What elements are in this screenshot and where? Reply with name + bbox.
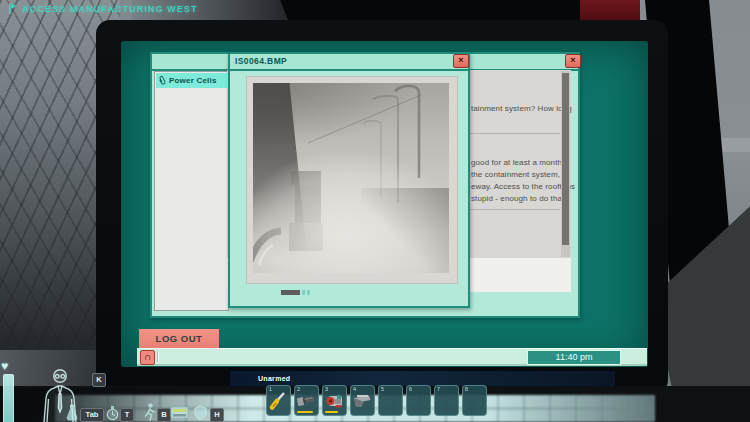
image-hscrollbar-tick xyxy=(307,290,310,295)
email-text-line: the containment system, xyxy=(471,170,560,179)
durability-bar xyxy=(297,411,313,414)
email-text-line: good for at least a month xyxy=(471,158,562,167)
slot-number: 7 xyxy=(437,386,440,392)
flask-icon xyxy=(66,404,78,421)
image-hscrollbar-tick xyxy=(302,290,305,295)
photo-right-shadow xyxy=(361,188,449,274)
email-close-button[interactable]: × xyxy=(565,54,581,68)
flare-gun-icon xyxy=(352,390,373,412)
slot-number: 6 xyxy=(409,386,412,392)
hotbar-slot-3[interactable]: 3 xyxy=(322,385,347,416)
hotbar-slot-4[interactable]: 4 xyxy=(350,385,375,416)
image-window-titlebar[interactable]: IS0064.BMP xyxy=(230,54,468,71)
email-text-line: eway. Access to the rooftops xyxy=(471,182,575,191)
hotbar-slot-6[interactable]: 6 xyxy=(406,385,431,416)
attachment-label: Power Cells xyxy=(169,76,217,85)
attachment-sidebar: Power Cells xyxy=(154,71,229,311)
image-close-button[interactable]: × xyxy=(453,54,469,68)
hotbar-slot-2[interactable]: 2 xyxy=(294,385,319,416)
slot-number: 5 xyxy=(381,386,384,392)
objective-label: ACCESS MANUFACTURING WEST xyxy=(22,4,198,14)
hotbar: 1 2 3 xyxy=(266,385,487,416)
watch-icon xyxy=(106,406,119,421)
hotbar-slot-7[interactable]: 7 xyxy=(434,385,459,416)
email-scrollbar-thumb[interactable] xyxy=(562,73,569,245)
key-hint-h: H xyxy=(210,408,224,422)
image-window-title: IS0064.BMP xyxy=(235,56,287,66)
slot-number: 8 xyxy=(465,386,468,392)
flashlight-icon xyxy=(296,390,317,412)
equipped-status-label: Unarmed xyxy=(258,375,290,382)
email-text-line: tainment system? How long xyxy=(471,104,572,113)
paperclip-icon xyxy=(158,75,167,86)
health-bar xyxy=(3,374,14,422)
log-out-button[interactable]: LOG OUT xyxy=(139,329,219,348)
hotbar-slot-1[interactable]: 1 xyxy=(266,385,291,416)
durability-bar xyxy=(325,411,338,414)
health-heart-icon: ♥ xyxy=(1,359,8,373)
camera-icon xyxy=(324,390,345,412)
key-hint-t: T xyxy=(120,408,134,422)
attachment-item-power-cells[interactable]: Power Cells xyxy=(156,73,227,88)
screwdriver-icon xyxy=(268,390,289,412)
key-hint-tab: Tab xyxy=(80,408,104,422)
hotbar-slot-5[interactable]: 5 xyxy=(378,385,403,416)
start-menu-button[interactable]: ∩ xyxy=(140,350,155,365)
taskbar-divider xyxy=(157,351,158,362)
runner-icon xyxy=(143,403,156,421)
player-status-figure xyxy=(33,367,87,422)
shield-icon xyxy=(194,405,207,420)
objective-banner: ACCESS MANUFACTURING WEST xyxy=(8,3,198,14)
key-hint-b: B xyxy=(157,408,171,422)
key-hint-k: K xyxy=(92,373,106,387)
taskbar-clock: 11:40 pm xyxy=(527,350,621,365)
email-text-line: stupid - enough to do that. xyxy=(471,194,567,203)
hotbar-slot-8[interactable]: 8 xyxy=(462,385,487,416)
image-hscrollbar-thumb[interactable] xyxy=(281,290,300,295)
game-screen: × Power Cells tainment system? How long … xyxy=(0,0,750,422)
radio-icon xyxy=(170,405,189,419)
objective-icon xyxy=(8,3,18,14)
photo-foggy-alley xyxy=(253,83,449,273)
